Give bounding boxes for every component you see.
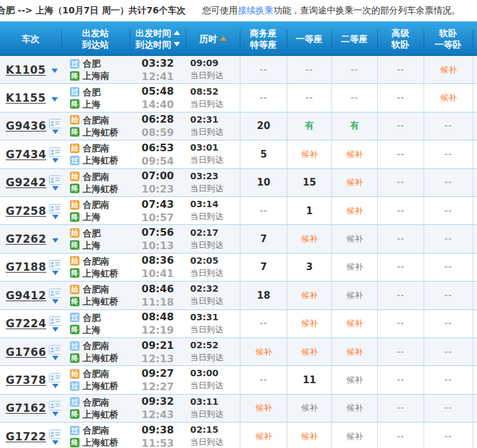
seat-cell-first-class: 候补	[287, 395, 331, 422]
arrive-time: 12:13	[142, 353, 174, 365]
train-number-link[interactable]: G7224	[6, 317, 46, 330]
train-number-link[interactable]: K1155	[6, 92, 46, 104]
seat-cell-business[interactable]: 候补	[240, 395, 287, 422]
expand-row-icon[interactable]	[52, 130, 59, 134]
seat-cell-business[interactable]: 候补	[240, 423, 287, 448]
train-number-link[interactable]: K1105	[6, 64, 46, 76]
from-station-badge: 始	[70, 144, 80, 153]
expand-row-icon[interactable]	[52, 440, 59, 445]
expand-row-icon[interactable]	[52, 97, 58, 102]
seat-cell-first-class[interactable]: 候补	[287, 423, 331, 448]
train-number-link[interactable]: G9436	[6, 119, 46, 132]
seat-cell-business[interactable]: 候补	[240, 338, 287, 365]
seat-cell-second-class[interactable]: 候补	[331, 338, 377, 365]
tip-prefix: 您可使用	[202, 5, 238, 15]
stations-cell: 始 合肥南 终 上海虹桥	[61, 282, 130, 309]
train-number-link[interactable]: G9412	[6, 289, 46, 302]
column-header-duration[interactable]: 历时	[186, 22, 240, 55]
expand-row-icon[interactable]	[52, 158, 59, 163]
train-query-results-page: 合肥 --> 上海（10月7日 周一）共计76个车次 您可使用接续换乘功能，查询…	[0, 0, 477, 448]
stations-cell: 始 合肥南 终 上海虹桥	[61, 254, 130, 281]
column-header-times[interactable]: 出发时间 到达时间	[130, 22, 186, 55]
seat-cell-deluxe-sleeper: --	[377, 140, 424, 168]
duration-cell: 09:09 当日到达	[186, 56, 240, 83]
seat-cell-deluxe-sleeper: --	[377, 366, 424, 393]
expand-row-icon[interactable]	[52, 69, 58, 73]
seat-cell-soft-sleeper[interactable]: 候补	[424, 84, 473, 111]
arrive-time: 09:54	[142, 155, 174, 167]
train-cell: G7378	[0, 366, 61, 393]
seat-cell-first-class: 11	[287, 366, 331, 393]
duration: 08:52	[190, 86, 219, 97]
train-number-link[interactable]: G1766	[6, 346, 46, 358]
seat-cell-deluxe-sleeper: --	[377, 84, 424, 111]
train-number-link[interactable]: G7162	[6, 402, 46, 414]
to-station: 上海	[83, 240, 100, 250]
seat-cell-first-class[interactable]: 候补	[287, 140, 331, 168]
seat-cell-second-class[interactable]: 候补	[331, 197, 377, 224]
from-station: 合肥南	[83, 172, 109, 182]
duration-cell: 03:01 当日到达	[186, 140, 240, 168]
seat-cell-first-class[interactable]: 候补	[287, 282, 331, 309]
expand-row-icon[interactable]	[52, 215, 59, 219]
duration-cell: 02:31 当日到达	[186, 112, 240, 140]
seat-cell-second-class[interactable]: 候补	[331, 310, 377, 337]
train-number-link[interactable]: G7434	[6, 148, 46, 161]
from-station: 合肥南	[83, 425, 109, 435]
column-header-business-seat: 商务座 特等座	[240, 22, 287, 55]
seat-cell-business: --	[240, 197, 287, 224]
arrival-day-note: 当日到达	[190, 154, 223, 166]
seat-cell-second-class[interactable]: 候补	[331, 169, 377, 196]
sort-asc-active-icon[interactable]	[220, 36, 226, 41]
times-cell: 08:36 10:41	[130, 254, 186, 281]
transfer-search-link[interactable]: 接续换乘	[238, 5, 273, 15]
seat-cell-second-class[interactable]: 候补	[331, 140, 377, 168]
to-station: 上海南	[83, 71, 109, 81]
seat-cell-first-class: 1	[287, 197, 331, 224]
times-cell: 07:43 10:57	[130, 197, 186, 224]
train-number-link[interactable]: G7262	[6, 233, 46, 245]
expand-row-icon[interactable]	[52, 384, 59, 388]
depart-time: 06:53	[142, 142, 174, 154]
train-number-link[interactable]: G7378	[6, 374, 46, 386]
expand-row-icon[interactable]	[52, 412, 59, 416]
duration: 02:32	[190, 283, 219, 294]
depart-time: 07:43	[142, 198, 174, 210]
seat-cell-soft-sleeper: --	[424, 395, 473, 422]
column-header-deluxe-sleeper: 高级 软卧	[377, 22, 424, 55]
expand-row-icon[interactable]	[52, 271, 59, 275]
expand-row-icon[interactable]	[52, 186, 59, 191]
duration: 03:11	[190, 397, 219, 407]
sort-desc-icon[interactable]	[174, 42, 180, 46]
column-header-label: 商务座	[250, 27, 277, 39]
from-station: 合肥南	[83, 284, 109, 294]
arrive-time: 12:27	[142, 381, 174, 393]
expand-row-icon[interactable]	[52, 327, 59, 332]
id-card-icon	[49, 316, 61, 326]
train-number-link[interactable]: G1722	[6, 430, 46, 443]
seat-cell-first-class[interactable]: 候补	[287, 338, 331, 365]
depart-time: 08:48	[142, 311, 174, 323]
expand-row-icon[interactable]	[52, 238, 59, 243]
sort-asc-icon[interactable]	[174, 31, 180, 35]
duration-cell: 02:52 当日到达	[186, 338, 240, 365]
expand-row-icon[interactable]	[52, 356, 59, 360]
train-number-link[interactable]: G9242	[6, 176, 46, 189]
seat-cell-soft-sleeper[interactable]: 候补	[424, 56, 473, 83]
from-station: 合肥南	[83, 256, 109, 266]
duration-cell: 02:05 当日到达	[186, 254, 240, 281]
table-row: G7378 始 合肥南 过	[0, 366, 477, 394]
train-number-link[interactable]: G7188	[6, 261, 46, 273]
id-card-icon	[49, 204, 61, 214]
seat-cell-first-class: 3	[287, 254, 331, 281]
from-station-badge: 过	[70, 87, 80, 97]
seat-cell-first-class[interactable]: 候补	[287, 225, 331, 252]
train-number-link[interactable]: G7258	[6, 205, 46, 217]
table-row: G7162 过 合肥南 终	[0, 395, 477, 423]
expand-row-icon[interactable]	[52, 299, 59, 304]
train-cell: G1766	[0, 338, 61, 365]
seat-cell-first-class: --	[287, 56, 331, 83]
seat-cell-second-class: --	[331, 84, 377, 111]
route-summary-suffix: 个车次	[159, 5, 186, 15]
seat-cell-first-class[interactable]: 候补	[287, 310, 331, 337]
